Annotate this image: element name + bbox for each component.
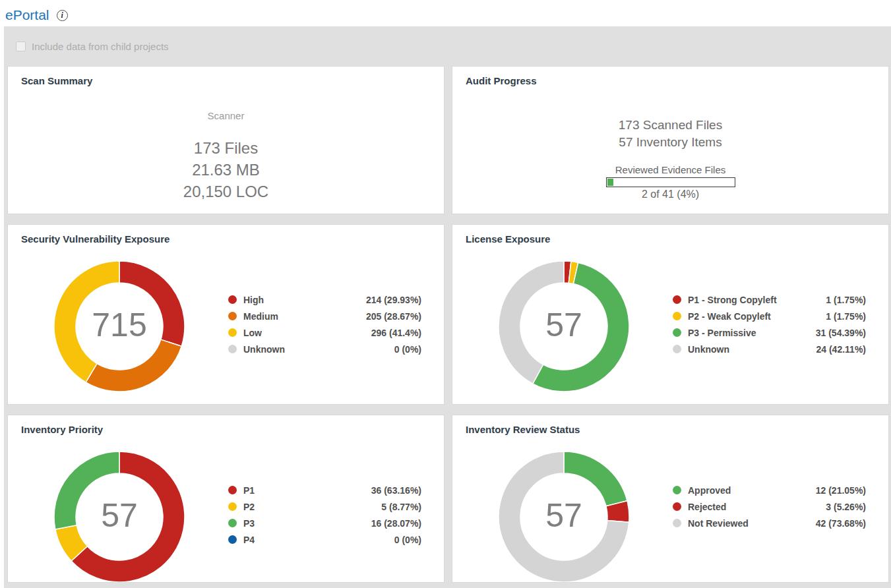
legend-label: P3 - Permissive	[688, 328, 756, 338]
legend-label: High	[243, 295, 264, 305]
legend-value: 24 (42.11%)	[816, 344, 867, 355]
include-child-projects-label: Include data from child projects	[32, 41, 169, 52]
legend-item[interactable]: Unknown 0 (0%)	[228, 341, 421, 357]
legend-label: Low	[243, 328, 262, 338]
scan-size-stat: 21.63 MB	[8, 159, 444, 181]
legend-label: P1 - Strong Copyleft	[688, 295, 777, 305]
inventory-review-status-title: Inventory Review Status	[466, 424, 580, 435]
legend-label: Not Reviewed	[688, 518, 749, 529]
filter-row: Include data from child projects	[4, 26, 891, 66]
scan-summary-title: Scan Summary	[21, 75, 92, 86]
panel-inventory-review-status: Inventory Review Status 57 Approved 12 (…	[452, 415, 889, 583]
legend-item[interactable]: P2 - Weak Copyleft 1 (1.75%)	[673, 308, 866, 324]
panel-scan-summary: Scan Summary Scanner 173 Files 21.63 MB …	[7, 66, 445, 214]
legend-item[interactable]: High 214 (29.93%)	[228, 291, 421, 308]
legend-item[interactable]: P2 5 (8.77%)	[228, 498, 421, 515]
license-exposure-donut-chart[interactable]: 57	[498, 260, 630, 392]
audit-progress-title: Audit Progress	[466, 75, 537, 86]
donut-center-total: 715	[92, 306, 146, 344]
legend-value: 3 (5.26%)	[826, 502, 866, 512]
legend-value: 214 (29.93%)	[366, 295, 421, 305]
legend-item[interactable]: Not Reviewed 42 (73.68%)	[673, 515, 866, 531]
legend-label: Rejected	[688, 502, 726, 512]
legend-item[interactable]: Unknown 24 (42.11%)	[673, 341, 866, 357]
legend-value: 0 (0%)	[394, 344, 421, 355]
reviewed-evidence-progress-bar	[606, 177, 735, 187]
progress-bar-fill	[607, 179, 613, 186]
legend-value: 42 (73.68%)	[816, 518, 866, 529]
legend-item[interactable]: P4 0 (0%)	[228, 531, 421, 548]
panel-audit-progress: Audit Progress 173 Scanned Files 57 Inve…	[452, 66, 889, 214]
dashboard-page: Include data from child projects Scan Su…	[4, 26, 891, 588]
legend-item[interactable]: Approved 12 (21.05%)	[673, 482, 866, 498]
scanned-files-stat: 173 Scanned Files	[452, 117, 888, 134]
legend-label: P4	[243, 535, 255, 545]
inventory-review-status-legend: Approved 12 (21.05%) Rejected 3 (5.26%) …	[673, 482, 866, 531]
top-header: ePortal i	[0, 0, 891, 26]
legend-color-dot	[673, 312, 681, 320]
legend-color-dot	[228, 312, 237, 320]
legend-label: Medium	[243, 311, 278, 322]
scan-loc-stat: 20,150 LOC	[8, 181, 444, 202]
legend-label: P2 - Weak Copyleft	[688, 311, 771, 322]
legend-value: 1 (1.75%)	[826, 295, 866, 305]
security-vulnerability-donut-chart[interactable]: 715	[53, 260, 185, 392]
scanner-label: Scanner	[8, 110, 444, 121]
legend-item[interactable]: P3 - Permissive 31 (54.39%)	[673, 324, 866, 341]
scan-files-stat: 173 Files	[8, 137, 444, 159]
legend-color-dot	[228, 502, 237, 511]
legend-color-dot	[228, 328, 237, 337]
legend-color-dot	[228, 486, 237, 494]
legend-item[interactable]: P1 36 (63.16%)	[228, 482, 421, 498]
panel-inventory-priority: Inventory Priority 57 P1 36 (63.16%) P2 …	[7, 415, 445, 583]
legend-item[interactable]: P3 16 (28.07%)	[228, 515, 421, 531]
security-vulnerability-title: Security Vulnerability Exposure	[21, 233, 169, 245]
license-legend: P1 - Strong Copyleft 1 (1.75%) P2 - Weak…	[673, 291, 866, 357]
audit-progress-body: 173 Scanned Files 57 Inventory Items Rev…	[452, 117, 888, 200]
inventory-priority-title: Inventory Priority	[21, 424, 103, 435]
legend-color-dot	[673, 295, 681, 304]
legend-value: 296 (41.4%)	[371, 328, 421, 338]
security-legend: High 214 (29.93%) Medium 205 (28.67%) Lo…	[228, 291, 421, 357]
donut-center-total: 57	[101, 496, 138, 535]
reviewed-evidence-label: Reviewed Evidence Files	[452, 164, 888, 175]
legend-value: 5 (8.77%)	[381, 502, 421, 512]
legend-color-dot	[228, 345, 237, 353]
legend-label: P3	[243, 518, 255, 529]
legend-item[interactable]: Medium 205 (28.67%)	[228, 308, 421, 324]
inventory-review-status-donut-chart[interactable]: 57	[498, 451, 630, 583]
legend-color-dot	[673, 519, 681, 527]
legend-item[interactable]: P1 - Strong Copyleft 1 (1.75%)	[673, 291, 866, 308]
legend-value: 1 (1.75%)	[826, 311, 866, 322]
progress-count-text: 2 of 41 (4%)	[452, 189, 888, 200]
legend-value: 31 (54.39%)	[816, 328, 866, 338]
panel-license-exposure: License Exposure 57 P1 - Strong Copyleft…	[452, 224, 889, 405]
legend-value: 0 (0%)	[394, 535, 421, 545]
info-icon[interactable]: i	[57, 10, 68, 21]
inventory-priority-donut-chart[interactable]: 57	[53, 451, 185, 583]
legend-color-dot	[673, 345, 681, 353]
license-exposure-title: License Exposure	[466, 233, 550, 245]
legend-item[interactable]: Rejected 3 (5.26%)	[673, 498, 866, 515]
donut-center-total: 57	[545, 306, 582, 344]
legend-value: 205 (28.67%)	[366, 311, 421, 322]
legend-label: P2	[243, 502, 255, 512]
legend-value: 16 (28.07%)	[371, 518, 421, 529]
legend-label: P1	[243, 485, 255, 496]
dashboard-grid: Scan Summary Scanner 173 Files 21.63 MB …	[4, 66, 891, 583]
include-child-projects-checkbox[interactable]	[16, 42, 26, 51]
legend-item[interactable]: Low 296 (41.4%)	[228, 324, 421, 341]
legend-color-dot	[673, 328, 681, 337]
legend-value: 36 (63.16%)	[371, 485, 421, 496]
scan-stats: 173 Files 21.63 MB 20,150 LOC	[8, 137, 444, 202]
page-title: ePortal	[5, 7, 49, 23]
inventory-priority-legend: P1 36 (63.16%) P2 5 (8.77%) P3 16 (28.07…	[228, 482, 421, 548]
legend-label: Unknown	[688, 344, 729, 355]
legend-label: Unknown	[243, 344, 285, 355]
legend-color-dot	[228, 519, 237, 527]
donut-center-total: 57	[545, 496, 582, 535]
legend-color-dot	[228, 295, 237, 304]
legend-color-dot	[673, 486, 681, 494]
panel-security-vulnerability-exposure: Security Vulnerability Exposure 715 High…	[7, 224, 445, 405]
scan-summary-body: Scanner 173 Files 21.63 MB 20,150 LOC	[8, 110, 444, 202]
